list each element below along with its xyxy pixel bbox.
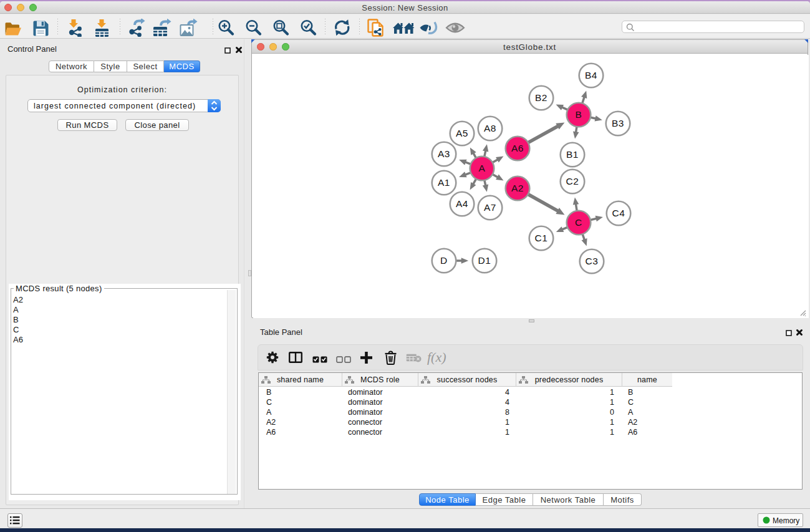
svg-text:A1: A1: [438, 177, 450, 188]
svg-text:A8: A8: [484, 123, 496, 133]
svg-text:B4: B4: [585, 70, 597, 80]
svg-text:B2: B2: [535, 92, 547, 103]
svg-text:A4: A4: [456, 198, 468, 209]
svg-text:A5: A5: [456, 128, 468, 138]
svg-text:B3: B3: [612, 118, 624, 128]
svg-text:B: B: [576, 109, 582, 120]
svg-text:A7: A7: [484, 202, 496, 213]
svg-text:A: A: [479, 163, 486, 173]
svg-text:C4: C4: [612, 208, 625, 218]
svg-text:A6: A6: [511, 143, 524, 153]
svg-text:C: C: [575, 217, 582, 228]
svg-text:C2: C2: [566, 176, 579, 186]
svg-text:D: D: [440, 255, 448, 266]
svg-text:A3: A3: [438, 148, 450, 159]
svg-text:C3: C3: [585, 256, 598, 266]
svg-text:A2: A2: [511, 183, 524, 193]
svg-text:B1: B1: [566, 149, 579, 160]
svg-text:D1: D1: [478, 255, 491, 266]
svg-text:C1: C1: [534, 233, 547, 243]
